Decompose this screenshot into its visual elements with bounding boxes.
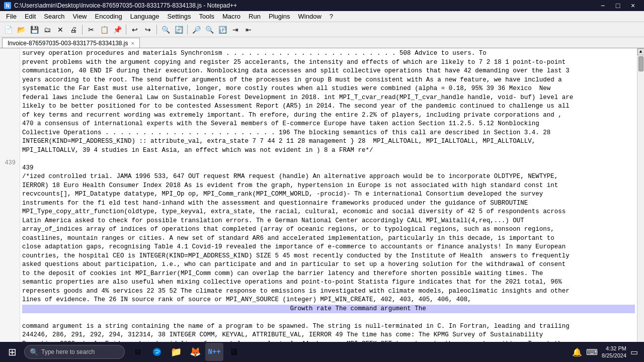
window-title: C:\Users\admin\Desktop\Invoice-876597035… [14, 2, 237, 9]
maximize-button[interactable]: □ [611, 0, 625, 11]
menu-plugins[interactable]: Plugins [265, 11, 294, 22]
start-button[interactable]: ⊞ [2, 343, 22, 361]
title-bar: N C:\Users\admin\Desktop\Invoice-8765970… [0, 0, 644, 11]
toolbar-separator-1 [82, 25, 83, 35]
toolbar-separator-3 [156, 25, 157, 35]
taskbar-edge-icon[interactable] [148, 343, 166, 361]
taskbar-search-text: Type here to search [41, 348, 95, 355]
toolbar-cut[interactable]: ✂ [85, 24, 97, 36]
toolbar-sync[interactable]: 🔃 [216, 24, 228, 36]
taskbar-right: 🔔 ⌨ 4:32 PM 8/25/2024 ▭ [572, 345, 642, 359]
window-controls: − □ × [596, 0, 640, 11]
menu-encoding[interactable]: Encoding [91, 11, 126, 22]
toolbar-redo[interactable]: ↪ [142, 24, 154, 36]
taskbar-keyboard-icon[interactable]: ⌨ [586, 347, 598, 357]
tab-label: Invoice-876597035-003-8331775-8334138.js [8, 40, 128, 47]
toolbar-copy[interactable]: 📋 [98, 24, 110, 36]
taskbar-date: 8/25/2024 [602, 352, 626, 359]
taskbar-icons: ⊟ 📁 🦊 N++ 🖥 [129, 343, 243, 361]
toolbar-new[interactable]: 📄 [2, 24, 14, 36]
toolbar-open[interactable]: 📂 [15, 24, 27, 36]
menu-view[interactable]: View [69, 11, 91, 22]
toolbar-wrap[interactable]: ⇥ [229, 24, 242, 36]
tab-close-button[interactable]: × [131, 40, 134, 46]
toolbar: 📄 📂 💾 🗂 ✕ 🖨 ✂ 📋 📌 ↩ ↪ 🔍 🔄 🔎 🔍 🔃 ⇥ ⇤ [0, 22, 644, 37]
toolbar-separator-4 [187, 25, 188, 35]
tab-invoice-file[interactable]: Invoice-876597035-003-8331775-8334138.js… [2, 38, 140, 48]
taskbar-notification-icon[interactable]: 🔔 [572, 347, 582, 357]
toolbar-paste[interactable]: 📌 [111, 24, 123, 36]
taskbar-explorer-icon[interactable]: 📁 [167, 343, 185, 361]
windows-taskbar: ⊞ 🔍 Type here to search ⊟ 📁 🦊 N++ 🖥 🔔 ⌨ … [0, 342, 644, 362]
scroll-up-arrow[interactable]: ▲ [637, 48, 645, 55]
tab-bar: Invoice-876597035-003-8331775-8334138.js… [0, 37, 644, 48]
taskbar-search-icon: 🔍 [30, 348, 38, 356]
taskbar-show-desktop[interactable]: ▭ [630, 347, 638, 357]
taskbar-clock: 4:32 PM 8/25/2024 [602, 345, 626, 359]
toolbar-undo[interactable]: ↩ [129, 24, 141, 36]
menu-edit[interactable]: Edit [21, 11, 40, 22]
title-text: N C:\Users\admin\Desktop\Invoice-8765970… [4, 2, 237, 9]
menu-bar: File Edit Search View Encoding Language … [0, 11, 644, 22]
editor-content[interactable]: survey operation procedures and material… [20, 48, 637, 350]
scroll-thumb[interactable] [638, 56, 643, 71]
toolbar-zoom-out[interactable]: 🔍 [203, 24, 215, 36]
menu-settings[interactable]: Settings [164, 11, 195, 22]
menu-language[interactable]: Language [126, 11, 164, 22]
taskbar-notepadpp-icon[interactable]: N++ [205, 343, 223, 361]
taskbar-firefox-icon[interactable]: 🦊 [186, 343, 204, 361]
menu-run[interactable]: Run [245, 11, 265, 22]
toolbar-save-all[interactable]: 🗂 [41, 24, 53, 36]
line-numbers: 439 440 [0, 48, 20, 350]
menu-tools[interactable]: Tools [195, 11, 218, 22]
menu-macro[interactable]: Macro [218, 11, 245, 22]
minimize-button[interactable]: − [596, 0, 610, 11]
menu-file[interactable]: File [2, 11, 21, 22]
taskbar-search[interactable]: 🔍 Type here to search [24, 345, 125, 359]
menu-search[interactable]: Search [40, 11, 68, 22]
start-icon: ⊞ [8, 346, 17, 358]
toolbar-indent[interactable]: ⇤ [243, 24, 255, 36]
menu-window[interactable]: Window [294, 11, 326, 22]
toolbar-print[interactable]: 🖨 [67, 24, 79, 36]
taskbar-time: 4:32 PM [602, 345, 626, 352]
toolbar-close[interactable]: ✕ [54, 24, 66, 36]
taskbar-view-button[interactable]: ⊟ [129, 343, 147, 361]
taskbar-extra-icon[interactable]: 🖥 [224, 343, 243, 361]
toolbar-replace[interactable]: 🔄 [173, 24, 185, 36]
toolbar-find[interactable]: 🔍 [159, 24, 172, 36]
editor-container: 439 440 survey operation procedures and … [0, 48, 644, 350]
menu-help[interactable]: ? [326, 11, 337, 22]
app-icon: N [4, 2, 11, 9]
toolbar-save[interactable]: 💾 [28, 24, 40, 36]
toolbar-separator-2 [126, 25, 126, 35]
vertical-scrollbar[interactable]: ▲ ▼ [637, 48, 644, 350]
toolbar-zoom-in[interactable]: 🔎 [190, 24, 202, 36]
close-button[interactable]: × [626, 0, 640, 11]
